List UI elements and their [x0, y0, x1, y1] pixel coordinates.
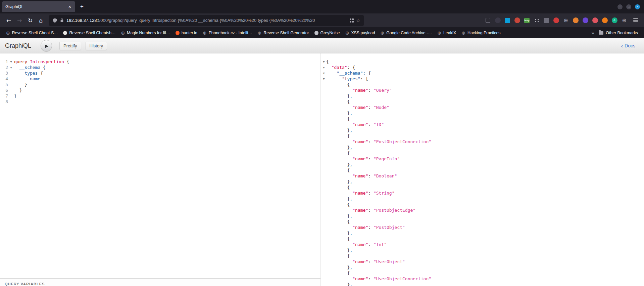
bookmark-item[interactable]: ⊕Phonebook.cz - Intelli…: [200, 29, 255, 37]
fold-arrow-icon[interactable]: ▾: [321, 76, 326, 82]
bookmark-item[interactable]: ⊕Hacking Practices: [459, 29, 503, 37]
code-text: }: [14, 87, 22, 93]
result-line: },: [321, 196, 644, 202]
url-bar[interactable]: 192.168.37.128:5000/graphql?query=query …: [49, 15, 364, 26]
bookmark-star-icon[interactable]: ☆: [356, 17, 360, 24]
fold-arrow-icon[interactable]: ▾: [8, 65, 14, 70]
browser-tab[interactable]: GraphiQL ×: [2, 1, 75, 12]
execute-query-button[interactable]: ▶: [41, 40, 52, 51]
prettify-button[interactable]: Prettify: [59, 42, 81, 50]
ublock-extension-icon[interactable]: [552, 17, 560, 24]
result-text: "name": "UserObjectConnection": [326, 276, 431, 282]
bookmarks-list: ⊕Reverse Shell Cheat S…Reverse Shell Che…: [3, 29, 503, 37]
bookmarks-overflow-chevron-icon[interactable]: »: [592, 30, 594, 36]
code-token: [326, 139, 352, 144]
docs-toggle[interactable]: ‹ Docs: [621, 43, 635, 49]
bookmark-item[interactable]: ⊕LeakIX: [435, 29, 459, 37]
editor-line: 1▾query Introspection {: [0, 59, 320, 65]
code-token: :: [368, 173, 374, 178]
fold-gutter-spacer: [321, 93, 326, 99]
tracking-protection-shield-icon[interactable]: [52, 18, 57, 23]
code-token: "name": [352, 191, 368, 196]
bookmark-item[interactable]: ⊕XSS payload: [343, 29, 378, 37]
query-variables-label: QUERY VARIABLES: [5, 282, 45, 286]
other-bookmarks-label: Other Bookmarks: [606, 31, 638, 35]
query-editor[interactable]: 1▾query Introspection {2▾ __schema {3 ty…: [0, 53, 320, 105]
line-number: 1: [0, 59, 8, 65]
bookmark-item[interactable]: ⊕Reverse Shell Cheat S…: [3, 29, 60, 37]
code-text: }: [14, 93, 17, 99]
lock-icon[interactable]: [60, 18, 64, 23]
fold-arrow-icon[interactable]: ▾: [321, 70, 326, 76]
other-bookmarks-button[interactable]: Other Bookmarks: [599, 31, 638, 35]
result-line: {: [321, 133, 644, 139]
result-text: {: [326, 202, 350, 207]
bookmark-item[interactable]: ⊕Magic Numbers for fil…: [118, 29, 173, 37]
page-actions-grid-icon[interactable]: [350, 18, 354, 23]
pink-dot-extension-icon[interactable]: [591, 17, 599, 24]
result-text: "name": "String": [326, 190, 395, 196]
extension-label: G: [611, 17, 618, 24]
history-button[interactable]: History: [86, 42, 107, 50]
bookmark-item[interactable]: Reverse Shell Cheatsh…: [60, 29, 118, 37]
red-circle-extension-icon[interactable]: [513, 17, 521, 24]
save-page-icon[interactable]: [484, 17, 492, 24]
fold-gutter-spacer: [8, 76, 14, 82]
purple-extension-icon[interactable]: [582, 17, 589, 24]
globe-icon: ⊕: [345, 31, 349, 35]
menu-button[interactable]: [631, 15, 641, 26]
back-button[interactable]: ←: [3, 15, 14, 26]
burp-extension-icon[interactable]: burp: [523, 17, 531, 24]
forward-button[interactable]: →: [14, 15, 25, 26]
fold-gutter-spacer: [321, 270, 326, 276]
fold-arrow-icon[interactable]: ▾: [321, 59, 326, 65]
globe-icon: ⊕: [258, 31, 262, 35]
fold-arrow-icon[interactable]: ▾: [321, 65, 326, 70]
code-token: },: [326, 111, 352, 116]
result-text: },: [326, 179, 352, 185]
bookmark-item[interactable]: ⊕Reverse Shell Generator: [255, 29, 312, 37]
code-token: "String": [374, 191, 395, 196]
gray-extension-icon[interactable]: [543, 17, 550, 24]
globe-extension-icon[interactable]: ⊕: [562, 17, 569, 24]
code-token: "name": [352, 225, 368, 230]
globe2-extension-icon[interactable]: ⊕: [621, 17, 628, 24]
tab-close-icon[interactable]: ×: [68, 4, 72, 9]
code-token: {: [326, 168, 350, 173]
maximize-button[interactable]: □: [626, 4, 631, 9]
code-token: [14, 71, 24, 76]
result-line: ▾ "__schema": {: [321, 70, 644, 76]
apps-grid-icon[interactable]: [533, 17, 540, 24]
query-variables-bar[interactable]: QUERY VARIABLES: [0, 278, 320, 286]
fold-gutter-spacer: [321, 242, 326, 247]
result-line: ▾ "types": [: [321, 76, 644, 82]
fold-arrow-icon[interactable]: ▾: [8, 59, 14, 65]
fold-gutter-spacer: [321, 87, 326, 93]
minimize-button[interactable]: −: [617, 4, 623, 9]
green-g-extension-icon[interactable]: G: [611, 17, 618, 24]
result-line: },: [321, 230, 644, 236]
globe-icon: ⊕: [461, 31, 465, 35]
code-token: "Query": [374, 88, 392, 93]
code-text: __schema {: [14, 65, 46, 70]
globe-icon: ⊕: [203, 31, 207, 35]
orange-extension-icon[interactable]: [572, 17, 579, 24]
new-tab-button[interactable]: +: [77, 2, 87, 11]
bookmark-label: LeakIX: [443, 31, 456, 35]
fold-gutter-spacer: [321, 230, 326, 236]
bookmark-item[interactable]: GreyNoise: [312, 29, 343, 37]
bookmark-item[interactable]: ⊕Google Code Archive -…: [378, 29, 435, 37]
bookmark-item[interactable]: hunter.io: [173, 29, 200, 37]
result-line: {: [321, 116, 644, 122]
reload-button[interactable]: ↻: [25, 15, 36, 26]
close-window-button[interactable]: ×: [635, 4, 640, 9]
blue-square-extension-icon[interactable]: [504, 17, 511, 24]
fold-gutter-spacer: [321, 196, 326, 202]
fold-gutter-spacer: [321, 133, 326, 139]
result-pane[interactable]: ▾{▾ "data": {▾ "__schema": {▾ "types": […: [321, 53, 644, 286]
home-button[interactable]: ⌂: [36, 15, 46, 26]
code-token: {: [40, 65, 46, 70]
dark-circle-extension-icon[interactable]: [494, 17, 501, 24]
result-line: {: [321, 99, 644, 105]
foxyproxy-extension-icon[interactable]: [601, 17, 608, 24]
